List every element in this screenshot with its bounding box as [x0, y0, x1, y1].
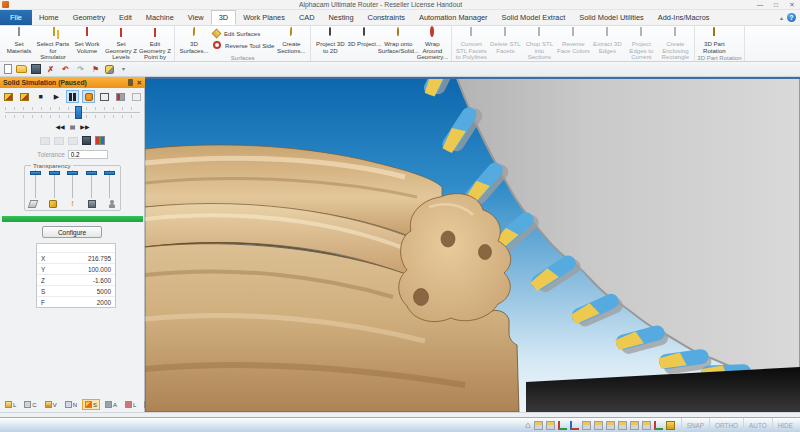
- open-file-icon[interactable]: [16, 65, 27, 73]
- slider-handle[interactable]: [75, 106, 82, 119]
- show-tool-button[interactable]: [82, 90, 95, 103]
- create-sections-button[interactable]: Create Sections...: [274, 27, 308, 54]
- wrap-around-geometry-button[interactable]: Wrap Around Geometry...: [415, 27, 449, 61]
- tab-solid-model-utilities[interactable]: Solid Model Utilities: [572, 10, 651, 25]
- create-enclosing-rectangle-button[interactable]: Create Enclosing Rectangle: [658, 27, 692, 61]
- configure-button[interactable]: Configure: [42, 226, 102, 238]
- sim-to-start-button[interactable]: [2, 90, 15, 103]
- transparency-slider-material[interactable]: [29, 170, 42, 198]
- edit-surfaces-button[interactable]: Edit Surfaces: [211, 29, 274, 38]
- new-file-icon[interactable]: [4, 64, 12, 74]
- snapshot-icon[interactable]: [54, 137, 64, 145]
- pause-button[interactable]: [66, 90, 79, 103]
- transparency-slider-holder[interactable]: [66, 170, 79, 198]
- tab-constraints[interactable]: Constraints: [361, 10, 412, 25]
- undo-icon[interactable]: ↶: [60, 63, 71, 76]
- tolerance-input[interactable]: [68, 150, 108, 159]
- chop-stl-button[interactable]: Chop STL into Sections: [522, 27, 556, 61]
- tab-nesting[interactable]: Nesting: [322, 10, 361, 25]
- tab-solid-model-extract[interactable]: Solid Model Extract: [495, 10, 573, 25]
- iso-view-icon[interactable]: [534, 421, 543, 430]
- toggle-hide[interactable]: HIDE: [772, 418, 798, 432]
- zoom-extents-icon[interactable]: [546, 421, 555, 430]
- save-image-icon[interactable]: [82, 136, 91, 145]
- simulation-progress-slider[interactable]: [5, 106, 140, 119]
- redo-icon[interactable]: ↷: [75, 63, 86, 76]
- tab-addins-macros[interactable]: Add-Ins/Macros: [651, 10, 717, 25]
- convert-stl-facets-button[interactable]: Convert STL Facets to Polylines: [454, 27, 488, 61]
- toolbar-dropdown-icon[interactable]: ▾: [118, 63, 129, 76]
- tab-work-planes[interactable]: Work Planes: [236, 10, 292, 25]
- minimize-button[interactable]: —: [752, 0, 768, 10]
- tab-file[interactable]: File: [0, 10, 32, 25]
- speed-down-button[interactable]: ◀◀: [55, 123, 64, 130]
- delete-stl-facets-button[interactable]: Delete STL Facets: [488, 27, 522, 54]
- record-avi-icon[interactable]: [40, 137, 50, 145]
- tab-view[interactable]: View: [181, 10, 211, 25]
- help-icon[interactable]: ?: [787, 13, 796, 22]
- tool-icon[interactable]: [105, 65, 114, 74]
- 3d-project-button[interactable]: 3D Project...: [347, 27, 381, 48]
- speed-up-button[interactable]: ▶▶: [80, 123, 89, 130]
- delete-icon[interactable]: ✗: [45, 63, 56, 76]
- axes-xy-icon[interactable]: [558, 421, 567, 430]
- view-right-icon[interactable]: [618, 421, 627, 430]
- maximize-button[interactable]: □: [768, 0, 784, 10]
- color-mode-icon[interactable]: [95, 136, 105, 145]
- viewport-3d[interactable]: [145, 77, 800, 412]
- toggle-auto[interactable]: AUTO: [743, 418, 772, 432]
- tab-automation-manager[interactable]: Automation Manager: [412, 10, 495, 25]
- work-plane-icon[interactable]: [654, 421, 663, 430]
- collapse-ribbon-icon[interactable]: ▴: [780, 14, 783, 21]
- panel-tab-5-simulation[interactable]: S: [82, 399, 100, 410]
- set-work-volume-button[interactable]: Set Work Volume: [70, 27, 104, 54]
- view-front-icon[interactable]: [582, 421, 591, 430]
- set-geometry-z-levels-button[interactable]: Set Geometry Z Levels: [104, 27, 138, 61]
- view-back-icon[interactable]: [594, 421, 603, 430]
- panel-tab-4[interactable]: N: [62, 399, 80, 410]
- sim-refresh-button[interactable]: [114, 90, 127, 103]
- toggle-ortho[interactable]: ORTHO: [709, 418, 743, 432]
- stop-button[interactable]: ■: [34, 90, 47, 103]
- frame-list-button[interactable]: ▤: [70, 123, 76, 130]
- flag-icon[interactable]: ⚑: [90, 63, 101, 76]
- axes-xz-icon[interactable]: [570, 421, 579, 430]
- project-3d-to-2d-button[interactable]: Project 3D to 2D: [313, 27, 347, 54]
- view-left-icon[interactable]: [606, 421, 615, 430]
- transparency-slider-machine[interactable]: [103, 170, 116, 198]
- extract-3d-edges-button[interactable]: Extract 3D Edges: [590, 27, 624, 54]
- sim-window-button[interactable]: [98, 90, 111, 103]
- reverse-face-colors-button[interactable]: Reverse Face Colors: [556, 27, 590, 54]
- tab-3d[interactable]: 3D: [211, 10, 236, 25]
- play-button[interactable]: ▶: [50, 90, 63, 103]
- panel-tab-3[interactable]: V: [42, 399, 60, 410]
- sim-panel-close-icon[interactable]: ✕: [137, 79, 142, 87]
- panel-tab-6[interactable]: A: [102, 399, 120, 410]
- close-button[interactable]: ✕: [784, 0, 800, 10]
- view-top-icon[interactable]: [630, 421, 639, 430]
- panel-tab-7[interactable]: L: [122, 399, 139, 410]
- panel-tab-2[interactable]: C: [21, 399, 39, 410]
- transparency-slider-tool[interactable]: [48, 170, 61, 198]
- tab-edit[interactable]: Edit: [112, 10, 139, 25]
- panel-tab-1[interactable]: L: [2, 399, 19, 410]
- camera-icon[interactable]: [68, 137, 78, 145]
- tab-cad[interactable]: CAD: [292, 10, 322, 25]
- sim-panel-titlebar[interactable]: Solid Simulation (Paused) ✕: [0, 77, 145, 88]
- 3d-part-rotation-button[interactable]: 3D Part Rotation: [697, 27, 731, 54]
- tab-geometry[interactable]: Geometry: [66, 10, 112, 25]
- reverse-tool-side-button[interactable]: Reverse Tool Side: [211, 40, 274, 50]
- transparency-slider-fixture[interactable]: [85, 170, 98, 198]
- view-bottom-icon[interactable]: [642, 421, 651, 430]
- home-view-icon[interactable]: ⌂: [525, 421, 530, 430]
- 3d-surfaces-button[interactable]: 3D Surfaces...: [177, 27, 211, 54]
- select-parts-simulator-button[interactable]: Select Parts for Simulator: [36, 27, 70, 61]
- material-toggle-icon[interactable]: [666, 421, 675, 430]
- save-icon[interactable]: [31, 64, 41, 74]
- wrap-onto-surface-button[interactable]: Wrap onto Surface/Solid...: [381, 27, 415, 54]
- sim-to-end-button[interactable]: [18, 90, 31, 103]
- tab-machine[interactable]: Machine: [139, 10, 181, 25]
- tab-home[interactable]: Home: [32, 10, 66, 25]
- sim-options-button[interactable]: [130, 90, 143, 103]
- pin-icon[interactable]: [128, 79, 133, 86]
